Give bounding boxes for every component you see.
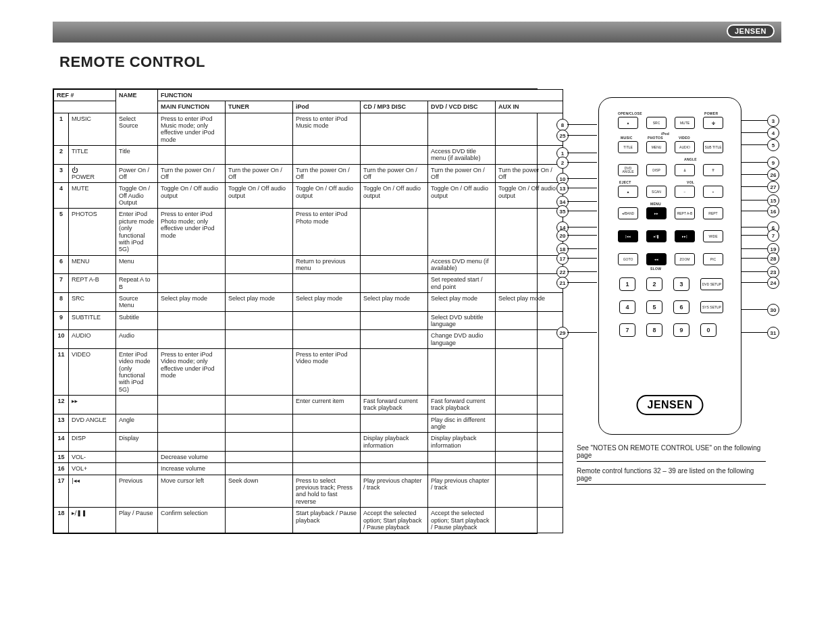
scan-button[interactable]: SCAN	[646, 186, 667, 198]
callout: 7	[767, 230, 779, 242]
vol-down-button[interactable]: −	[675, 186, 695, 198]
num-9-button[interactable]: 9	[673, 323, 689, 337]
sys-setup-button[interactable]: SYS SETUP	[700, 301, 723, 313]
dvd-setup-button[interactable]: DVD SETUP	[700, 278, 723, 290]
label: PHOTOS	[648, 136, 663, 140]
num-5-button[interactable]: 5	[646, 300, 662, 314]
label: MUSIC	[621, 136, 633, 140]
wide-button[interactable]: WIDE	[703, 230, 723, 242]
th-function: FUNCTION	[158, 90, 563, 101]
table-row: 3⏻POWERPower On / OffTurn the power On /…	[54, 164, 563, 183]
src-button[interactable]: SRC	[646, 117, 667, 129]
label: SLOW	[650, 267, 661, 271]
subtitle-button[interactable]: SUB TITLE	[703, 141, 723, 153]
audio-button[interactable]: AUDIO	[675, 141, 695, 153]
callout: 25	[556, 130, 569, 142]
table-row: 17|◂◂PreviousMove cursor leftSeek downPr…	[54, 475, 563, 507]
num-0-button[interactable]: 0	[700, 323, 716, 337]
disp-button[interactable]: DISP	[646, 164, 667, 176]
th-mode: TUNER	[226, 101, 293, 113]
callout: 2	[556, 157, 569, 169]
rew-button[interactable]: ◂◂	[646, 253, 667, 265]
remote-diagram: OPEN/CLOSE POWER ▲ SRC MUTE ⏻ iPod MUSIC…	[556, 93, 779, 478]
num-3-button[interactable]: 3	[673, 277, 689, 291]
table-row: 8SRCSource MenuSelect play modeSelect pl…	[54, 292, 563, 311]
th-name: NAME	[116, 90, 158, 113]
label: MENU	[650, 202, 661, 206]
next-button[interactable]: ▸▸|	[675, 230, 695, 242]
brand-badge: JENSEN	[727, 24, 775, 38]
table-row: 5PHOTOSEnter iPod picture mode (only fun…	[54, 209, 563, 255]
label: EJECT	[619, 180, 631, 184]
th-ref: REF #	[54, 90, 116, 101]
table-row: 4MUTEToggle On / Off Audio OutputToggle …	[54, 183, 563, 209]
label: OPEN/CLOSE	[618, 111, 642, 115]
num-8-button[interactable]: 8	[646, 323, 662, 337]
callout: 29	[556, 327, 569, 339]
th-mode: iPod	[293, 101, 361, 113]
table-row: 10AUDIOAudioChange DVD audio language	[54, 330, 563, 349]
page-title: REMOTE CONTROL	[59, 53, 205, 71]
table-row: 16VOL+Increase volume	[54, 463, 563, 475]
title-button[interactable]: TITLE	[618, 141, 638, 153]
ff-button[interactable]: ▸▸	[646, 207, 667, 219]
angle-up-button[interactable]: ⇈	[703, 164, 723, 176]
table-row: 7REPT A-BRepeat A to BSet repeated start…	[54, 274, 563, 293]
zoom-button[interactable]: ZOOM	[675, 253, 695, 265]
callout: 31	[767, 327, 779, 339]
remote-note-2: Remote control functions 32 – 39 are lis…	[577, 467, 766, 485]
num-7-button[interactable]: 7	[619, 323, 635, 337]
table-row: 15VOL-Decrease volume	[54, 452, 563, 463]
mute-button[interactable]: MUTE	[675, 117, 695, 129]
eject-button[interactable]: ▲	[618, 186, 638, 198]
remote-note-1: See "NOTES ON REMOTE CONTROL USE" on the…	[577, 444, 766, 462]
rept-ab-button[interactable]: REPT A-B	[675, 207, 695, 219]
callout: 28	[767, 252, 779, 265]
angle-down-button[interactable]: ⇊	[675, 164, 695, 176]
callout: 30	[767, 304, 779, 316]
callout: 3	[767, 115, 779, 127]
callout: 16	[767, 205, 779, 217]
remote-body: OPEN/CLOSE POWER ▲ SRC MUTE ⏻ iPod MUSIC…	[598, 97, 741, 435]
num-6-button[interactable]: 6	[673, 300, 689, 314]
table-row: 2TITLETitleAccess DVD title menu (if ava…	[54, 146, 563, 165]
table-row: 14DISPDisplayDisplay playback informatio…	[54, 433, 563, 452]
callout: 21	[556, 277, 569, 289]
band-button[interactable]: ◂/BAND	[618, 207, 638, 219]
play-pause-button[interactable]: ▸/❚	[646, 230, 667, 242]
rept-button[interactable]: REPT	[703, 207, 723, 219]
label: VOL	[687, 180, 694, 184]
prev-button[interactable]: |◂◂	[618, 230, 638, 242]
table-row: 13DVD ANGLEAnglePlay disc in different a…	[54, 414, 563, 433]
callout: 13	[556, 182, 569, 194]
menu-button[interactable]: MENU	[646, 141, 667, 153]
table-row: 12▸▸Enter current itemFast forward curre…	[54, 396, 563, 414]
num-2-button[interactable]: 2	[646, 277, 662, 291]
table-row: 11VIDEOEnter iPod video mode (only funct…	[54, 348, 563, 395]
vol-up-button[interactable]: +	[703, 186, 723, 198]
power-button[interactable]: ⏻	[703, 117, 723, 129]
th-mode: DVD / VCD DISC	[428, 101, 496, 113]
num-1-button[interactable]: 1	[619, 277, 635, 291]
callout: 27	[767, 181, 779, 193]
goto-button[interactable]: GOTO	[618, 253, 638, 265]
table-row: 9SUBTITLESubtitleSelect DVD subtitle lan…	[54, 311, 563, 330]
callout: 26	[767, 169, 779, 181]
label: VIDEO	[679, 136, 690, 140]
brand-text: JENSEN	[727, 24, 775, 38]
callout: 9	[767, 157, 779, 169]
eject-top-button[interactable]: ▲	[618, 117, 638, 129]
table-row: 18▸/❚❚Play / PauseConfirm selectionStart…	[54, 508, 563, 533]
th-mode: AUX IN	[496, 101, 563, 113]
callout: 17	[556, 252, 569, 265]
header-banner	[53, 22, 781, 43]
num-4-button[interactable]: 4	[619, 300, 635, 314]
callout: 24	[767, 277, 779, 289]
callout: 4	[767, 127, 779, 139]
remote-function-table: REF # NAME FUNCTION MAIN FUNCTION TUNER …	[53, 88, 538, 534]
callout: 20	[556, 230, 569, 242]
dvd-angle-button[interactable]: DVD ANGLE	[618, 164, 638, 176]
callout: 35	[556, 205, 569, 217]
pic-button[interactable]: PIC	[703, 253, 723, 265]
callout: 5	[767, 139, 779, 151]
